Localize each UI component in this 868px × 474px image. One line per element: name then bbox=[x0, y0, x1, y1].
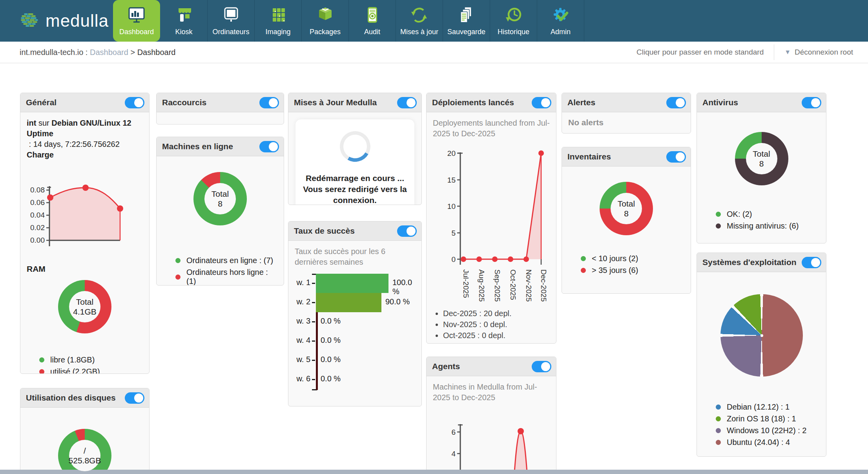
chevron-down-icon: ▼ bbox=[784, 49, 791, 56]
legend-dot bbox=[175, 275, 181, 280]
horizontal-scrollbar[interactable] bbox=[0, 470, 868, 474]
logout-label: Déconnexion root bbox=[795, 48, 853, 57]
donut-center-label: Total8 bbox=[600, 182, 653, 235]
breadcrumb-section-link[interactable]: Dashboard bbox=[90, 48, 128, 57]
bar-week2 bbox=[316, 293, 381, 312]
top-navigation: medulla Dashboard bbox=[0, 0, 868, 42]
antivirus-legend: OK: (2) Missing antivirus: (6) bbox=[703, 210, 820, 231]
card-operating-systems-toggle[interactable] bbox=[802, 257, 821, 268]
legend-dot bbox=[581, 256, 586, 261]
breadcrumb-actions: Cliquer pour passer en mode standard ▼ D… bbox=[636, 42, 853, 63]
os-pie-chart bbox=[720, 294, 803, 377]
charge-label: Charge bbox=[27, 150, 143, 160]
nav-item-kiosk[interactable]: Kiosk bbox=[160, 0, 208, 42]
card-shortcuts-body bbox=[157, 112, 284, 124]
charge-area-chart: 0.08 0.06 0.04 0.02 0.00 bbox=[27, 174, 144, 255]
legend-item: Missing antivirus: (6) bbox=[716, 221, 820, 231]
medulla-logo[interactable]: medulla bbox=[18, 0, 109, 42]
card-machines-online-toggle[interactable] bbox=[259, 141, 279, 152]
card-disk-usage-header: Utilisation des disques bbox=[20, 388, 149, 408]
nav-label: Imaging bbox=[265, 28, 290, 36]
x-tick: Jul-2025 bbox=[462, 269, 470, 298]
nav-item-dashboard[interactable]: Dashboard bbox=[113, 0, 160, 42]
card-agents-body: Machines in Medulla from Jul-2025 to Dec… bbox=[427, 376, 556, 474]
card-agents-toggle[interactable] bbox=[532, 361, 551, 372]
machines-donut-chart: Total8 bbox=[193, 172, 247, 225]
card-title: Utilisation des disques bbox=[26, 393, 116, 403]
bar-label: w. 6 bbox=[295, 374, 310, 383]
y-tick: 6 bbox=[451, 428, 456, 436]
card-operating-systems: Systèmes d'exploitation Debian (12.12) :… bbox=[697, 253, 826, 457]
card-inventories-toggle[interactable] bbox=[666, 151, 686, 163]
toggle-knob bbox=[676, 152, 685, 161]
card-deployments-body: Deployements launched from Jul-2025 to D… bbox=[427, 112, 556, 344]
card-shortcuts-header: Raccourcis bbox=[157, 93, 284, 112]
legend-dot bbox=[716, 440, 721, 445]
y-tick: 0.02 bbox=[30, 223, 45, 232]
imaging-icon bbox=[268, 5, 288, 26]
ram-label: RAM bbox=[27, 264, 143, 274]
card-general-body: int sur Debian GNU/Linux 12 Uptime : 14 … bbox=[20, 112, 149, 374]
legend-item: > 35 jours (6) bbox=[581, 266, 684, 275]
logo-text: medulla bbox=[46, 11, 109, 31]
bar-value: 0.0 % bbox=[321, 317, 341, 326]
card-title: Antivirus bbox=[702, 98, 738, 107]
y-tick: 20 bbox=[447, 149, 456, 157]
standard-mode-link[interactable]: Cliquer pour passer en mode standard bbox=[636, 48, 764, 57]
legend-item: libre (1.8GB) bbox=[39, 355, 143, 364]
inventories-legend: < 10 jours (2) > 35 jours (6) bbox=[568, 254, 684, 275]
bar-value: 90.0 % bbox=[385, 297, 410, 306]
legend-dot bbox=[39, 357, 44, 362]
y-tick: 15 bbox=[447, 176, 456, 184]
card-success-rate-body: Taux de succès pour les 6 dernières sema… bbox=[288, 241, 421, 402]
nav-item-admin[interactable]: Admin bbox=[537, 0, 584, 42]
nav-label: Sauvegarde bbox=[447, 28, 485, 36]
nav-item-mises-a-jour[interactable]: Mises à jour bbox=[396, 0, 443, 42]
chart-subtitle: Deployements launched from Jul-2025 to D… bbox=[433, 118, 550, 139]
legend-dot bbox=[716, 404, 721, 410]
success-rate-bar-chart: w. 1 w. 2 w. 3 w. 4 w. 5 w. 6 100.0 % 90… bbox=[295, 274, 415, 396]
toggle-knob bbox=[269, 142, 278, 151]
card-success-rate-toggle[interactable] bbox=[397, 225, 417, 237]
toggle-knob bbox=[811, 258, 820, 267]
card-deployments-toggle[interactable] bbox=[532, 97, 551, 108]
card-general: Général int sur Debian GNU/Linux 12 Upti… bbox=[20, 93, 150, 374]
machines-legend: Ordinateurs en ligne : (7) Ordinateurs h… bbox=[163, 256, 277, 285]
card-shortcuts-toggle[interactable] bbox=[259, 97, 279, 108]
nav-item-packages[interactable]: Packages bbox=[302, 0, 349, 42]
y-tick: 5 bbox=[451, 229, 456, 237]
nav-item-sauvegarde[interactable]: Sauvegarde bbox=[443, 0, 490, 42]
nav-label: Ordinateurs bbox=[212, 28, 249, 36]
nav-label: Audit bbox=[364, 28, 380, 36]
card-general-header: Général bbox=[20, 93, 149, 112]
y-tick: 0.04 bbox=[30, 211, 45, 219]
nav-item-audit[interactable]: Audit bbox=[349, 0, 396, 42]
donut-center-label: Total8 bbox=[735, 132, 788, 185]
card-antivirus-toggle[interactable] bbox=[802, 97, 821, 108]
x-tick: Oct-2025 bbox=[509, 269, 517, 300]
breadcrumb-bar: int.medulla-tech.io : Dashboard > Dashbo… bbox=[0, 42, 868, 63]
card-medulla-updates-toggle[interactable] bbox=[397, 97, 417, 108]
logout-link[interactable]: ▼ Déconnexion root bbox=[784, 48, 853, 57]
nav-item-ordinateurs[interactable]: Ordinateurs bbox=[208, 0, 255, 42]
card-machines-online-body: Total8 Ordinateurs en ligne : (7) Ordina… bbox=[157, 156, 284, 285]
breadcrumb-host: int.medulla-tech.io bbox=[20, 48, 83, 57]
card-general-toggle[interactable] bbox=[125, 97, 144, 108]
bar-label: w. 2 bbox=[295, 297, 310, 306]
card-operating-systems-body: Debian (12.12) : 1 Zorin OS 18 (18) : 1 … bbox=[697, 272, 826, 452]
card-disk-usage-body: /525.8GB bbox=[20, 408, 149, 474]
x-tick: Aug-2025 bbox=[478, 269, 486, 302]
host-os-line: int sur Debian GNU/Linux 12 bbox=[27, 118, 143, 128]
card-inventories-body: Total8 < 10 jours (2) > 35 jours (6) bbox=[562, 167, 691, 280]
axis-tick bbox=[312, 302, 315, 303]
bar-value: 0.0 % bbox=[321, 336, 341, 345]
card-agents-header: Agents bbox=[427, 357, 556, 376]
card-disk-usage-toggle[interactable] bbox=[125, 392, 144, 404]
card-medulla-updates: Mises à Jour Medulla Redémarrage en cour… bbox=[288, 93, 422, 205]
nav-item-imaging[interactable]: Imaging bbox=[255, 0, 302, 42]
list-item: Dec-2025 : 20 depl. bbox=[443, 308, 550, 319]
card-title: Machines en ligne bbox=[162, 142, 233, 151]
nav-item-historique[interactable]: Historique bbox=[490, 0, 537, 42]
legend-item: utilisé (2.2GB) bbox=[39, 367, 143, 374]
card-alerts-toggle[interactable] bbox=[666, 97, 686, 108]
